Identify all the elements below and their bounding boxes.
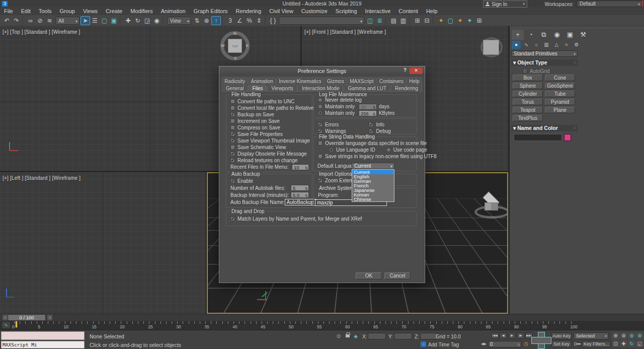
- separator[interactable]: [409, 16, 412, 25]
- maintain-days-radio[interactable]: [318, 104, 323, 109]
- menu-scripting[interactable]: Scripting: [332, 7, 361, 15]
- rollout-menu-icon[interactable]: ∷: [574, 59, 576, 66]
- object-type-button[interactable]: TextPlus: [513, 115, 543, 121]
- dialog-tab[interactable]: Containers: [377, 78, 407, 84]
- separator[interactable]: [120, 16, 122, 25]
- systems-category-icon[interactable]: ⚙: [572, 41, 581, 49]
- menu-group[interactable]: Group: [55, 7, 79, 15]
- zoom-extents-all-icon[interactable]: ⊛: [636, 332, 643, 339]
- dialog-tab[interactable]: Files: [248, 85, 267, 92]
- menu-views[interactable]: Views: [79, 7, 102, 15]
- autobak-files-spinner[interactable]: 5: [291, 185, 309, 191]
- zoom-icon[interactable]: ⊕: [612, 332, 619, 339]
- utilities-tab-icon[interactable]: ⚒: [577, 30, 589, 40]
- state-sets-icon[interactable]: ⊞: [474, 16, 484, 25]
- space-warps-category-icon[interactable]: ≈: [562, 41, 571, 49]
- separator[interactable]: [385, 16, 388, 25]
- checkbox[interactable]: [230, 145, 235, 150]
- mini-curve-editor-icon[interactable]: ∿: [2, 322, 10, 328]
- checkbox[interactable]: [230, 119, 235, 123]
- language-option[interactable]: Chinese: [352, 197, 394, 201]
- checkbox[interactable]: [318, 122, 323, 127]
- ok-button[interactable]: OK: [356, 272, 382, 280]
- bind-to-space-warp-icon[interactable]: ≋: [45, 16, 54, 25]
- create-tab-icon[interactable]: +: [512, 30, 524, 40]
- never-delete-radio[interactable]: [318, 98, 323, 102]
- zoom-all-icon[interactable]: ⊜: [620, 332, 627, 339]
- selection-lock-icon[interactable]: [346, 334, 350, 337]
- checkbox[interactable]: [369, 129, 373, 133]
- maximize-viewport-icon[interactable]: ◱: [636, 340, 643, 347]
- menu-file[interactable]: File: [0, 7, 17, 15]
- compass-north[interactable]: N: [233, 31, 236, 36]
- render-iterative-icon[interactable]: ✦: [465, 16, 474, 25]
- menu-customize[interactable]: Customize: [297, 7, 332, 15]
- next-frame-arrow[interactable]: >: [47, 315, 52, 320]
- use-language-id-radio[interactable]: [329, 148, 334, 152]
- rollout-menu-icon[interactable]: ∷: [574, 125, 576, 131]
- curve-editor-icon[interactable]: ⊞: [413, 16, 422, 25]
- menu-animation[interactable]: Animation: [157, 7, 190, 15]
- menu-graph-editors[interactable]: Graph Editors: [190, 7, 232, 15]
- object-type-button[interactable]: Box: [513, 75, 543, 81]
- percent-snap-icon[interactable]: %: [245, 16, 254, 25]
- object-color-swatch[interactable]: [564, 134, 571, 141]
- time-configuration-icon[interactable]: ◷: [524, 341, 528, 346]
- previous-frame-arrow[interactable]: <: [3, 315, 8, 320]
- use-selection-center-icon[interactable]: ⊕: [202, 16, 211, 25]
- viewport-left[interactable]: [+] [Left ] [Standard ] [Wireframe ]: [0, 172, 206, 314]
- rendered-frame-window-icon[interactable]: ▢: [446, 16, 455, 25]
- unlink-selection-icon[interactable]: ⊘: [35, 16, 45, 25]
- object-type-button[interactable]: GeoSphere: [545, 83, 575, 89]
- dialog-tab[interactable]: Gamma and LUT: [344, 85, 390, 91]
- object-type-button[interactable]: Tube: [545, 91, 575, 97]
- track-bar[interactable]: ∿ 05101520253035404550556065707580859095…: [0, 321, 644, 330]
- render-setup-icon[interactable]: ✦: [436, 16, 446, 25]
- frame-spinner-arrows[interactable]: ◀▶: [481, 342, 487, 346]
- checkbox[interactable]: [230, 132, 235, 136]
- cancel-button[interactable]: Cancel: [384, 272, 411, 280]
- backup-interval-spinner[interactable]: 5.0: [291, 192, 309, 198]
- orbit-icon[interactable]: ↻: [628, 340, 635, 347]
- previous-frame-button[interactable]: ◀|: [500, 332, 507, 339]
- dialog-tab[interactable]: Inverse Kinematics: [276, 78, 324, 84]
- checkbox[interactable]: [230, 158, 235, 163]
- key-set-dropdown[interactable]: Selected: [574, 332, 609, 339]
- key-icon[interactable]: [574, 342, 577, 345]
- dialog-tab[interactable]: Help: [407, 78, 422, 84]
- edit-named-selection-sets-icon[interactable]: { }: [268, 16, 278, 25]
- viewcube[interactable]: [483, 40, 499, 55]
- viewcube-compass[interactable]: N S E W TOP: [220, 31, 250, 60]
- reference-coordinate-combo[interactable]: View: [167, 17, 191, 25]
- object-type-button[interactable]: Teapot: [513, 107, 543, 113]
- use-code-page-radio[interactable]: [386, 148, 391, 152]
- isolate-selection-icon[interactable]: ⊙: [335, 333, 342, 339]
- menu-content[interactable]: Content: [394, 7, 422, 15]
- crosshair-widget[interactable]: [531, 332, 550, 348]
- modify-tab-icon[interactable]: ◔: [525, 30, 537, 40]
- checkbox[interactable]: [230, 138, 235, 143]
- days-spinner[interactable]: 30: [359, 104, 377, 110]
- viewcube[interactable]: TOP: [228, 39, 242, 53]
- helpers-category-icon[interactable]: △: [552, 41, 561, 49]
- maxscript-mini-listener-pink[interactable]: [1, 331, 85, 340]
- override-language-checkbox[interactable]: [318, 141, 323, 146]
- backup-name-input[interactable]: AutoBackup: [285, 199, 316, 205]
- angle-snap-icon[interactable]: ∠: [235, 16, 245, 25]
- play-button[interactable]: ▶: [508, 332, 516, 339]
- compass-south[interactable]: S: [234, 56, 236, 60]
- selection-filter-combo[interactable]: All: [55, 17, 79, 25]
- hierarchy-tab-icon[interactable]: ⧉: [538, 30, 550, 40]
- object-type-button[interactable]: Pyramid: [545, 99, 575, 105]
- workspace-dropdown[interactable]: Default: [577, 1, 642, 7]
- spinner-snap-icon[interactable]: ⇕: [254, 16, 264, 25]
- dialog-close-button[interactable]: ✕: [410, 67, 423, 74]
- zoom-extents-checkbox[interactable]: [318, 178, 323, 183]
- dialog-tab[interactable]: Viewports: [267, 85, 297, 91]
- snap-toggle-3d-icon[interactable]: 3: [225, 16, 235, 25]
- rectangular-selection-icon[interactable]: ▢: [100, 16, 109, 25]
- separator[interactable]: [163, 16, 165, 25]
- go-to-start-button[interactable]: |◀◀: [491, 332, 499, 339]
- set-key-button[interactable]: Set Key: [551, 340, 572, 347]
- motion-tab-icon[interactable]: ◉: [551, 30, 563, 40]
